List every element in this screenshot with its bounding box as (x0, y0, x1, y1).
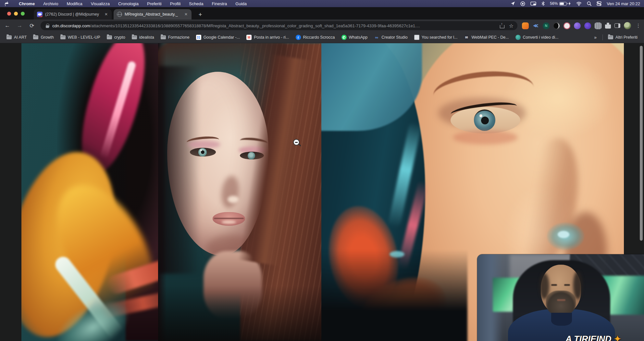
menubar-clock[interactable]: Ven 24 mar 20:22 (607, 1, 640, 6)
bookmark-folder-web-level-up[interactable]: WEB - LEVEL-UP (57, 35, 104, 40)
lock-icon[interactable] (46, 24, 49, 28)
tab-close-icon[interactable]: ✕ (104, 12, 108, 17)
converter-icon (515, 35, 521, 40)
bookmark-you-searched[interactable]: You searched for l... (411, 35, 461, 40)
scrollbar-thumb[interactable] (640, 46, 643, 241)
charging-bolt-icon (568, 2, 571, 6)
wifi-icon[interactable] (576, 2, 582, 6)
menubar-item-cronologia[interactable]: Cronologia (114, 1, 143, 6)
bookmark-folder-growth[interactable]: Growth (30, 35, 57, 40)
bookmark-folder-formazione[interactable]: Formazione (157, 35, 193, 40)
extensions-area: ≪ N ⋮ (522, 22, 644, 29)
macos-menubar: Chrome Archivio Modifica Visualizza Cron… (0, 0, 644, 7)
extension-icon-notion-n[interactable]: N (543, 22, 550, 29)
bookmark-gmail[interactable]: MPosta in arrivo - ri... (243, 35, 292, 40)
presenter-beard (546, 291, 576, 316)
bookmark-label: WebMail PEC - De... (472, 35, 509, 40)
location-arrow-icon[interactable] (511, 1, 515, 6)
tab-discord[interactable]: (2762) Discord | @Midjourney ✕ (34, 9, 112, 19)
menubar-item-scheda[interactable]: Scheda (185, 1, 207, 6)
fullscreen-window-button[interactable] (21, 12, 25, 16)
menubar-item-archivio[interactable]: Archivio (39, 1, 62, 6)
tab-label: MRregista_Abstract_beauty._ (125, 12, 181, 17)
extensions-puzzle-icon[interactable] (605, 23, 611, 29)
bookmark-facebook[interactable]: fRiccardo Scrocca (292, 35, 338, 40)
control-center-icon[interactable] (597, 1, 601, 6)
webmail-icon: ✉ (464, 35, 469, 40)
battery-icon (559, 2, 567, 6)
profile-avatar[interactable] (624, 22, 631, 29)
url-text[interactable]: cdn.discordapp.com/attachments/101351233… (52, 23, 496, 28)
menubar-item-chrome[interactable]: Chrome (15, 1, 39, 6)
menubar-item-modifica[interactable]: Modifica (62, 1, 86, 6)
tab-image-active[interactable]: MRregista_Abstract_beauty._ ✕ (114, 9, 192, 19)
chrome-menu-icon[interactable]: ⋮ (636, 23, 641, 29)
new-tab-button[interactable]: + (196, 10, 204, 19)
bookmark-folder-crypto[interactable]: crypto (104, 35, 129, 40)
other-bookmarks-folder[interactable]: Altri Preferiti (605, 35, 641, 40)
bookmark-star-icon[interactable]: ☆ (509, 23, 514, 29)
bookmark-webmail-pec[interactable]: ✉WebMail PEC - De... (461, 35, 512, 40)
screen-record-icon[interactable] (520, 1, 525, 6)
generic-page-icon (414, 35, 419, 40)
bookmarks-overflow-chevron[interactable]: » (590, 35, 601, 40)
spark-icon: ✦ (614, 334, 621, 341)
apple-menu-icon[interactable] (5, 1, 9, 6)
folder-icon (60, 35, 66, 39)
presenter-mouth (557, 299, 565, 301)
spotlight-search-icon[interactable] (587, 1, 591, 6)
extension-icon-striped[interactable] (595, 22, 601, 29)
bookmark-label: Growth (41, 35, 54, 40)
bookmark-creator-studio[interactable]: ∞Creator Studio (371, 35, 411, 40)
bookmark-google-calendar[interactable]: 31Google Calendar -... (193, 35, 243, 40)
webcam-caption-text: A TIRIEIND ✦ (565, 334, 621, 341)
minimize-window-button[interactable] (14, 12, 18, 16)
bookmark-folder-ai-art[interactable]: AI ART (3, 35, 30, 40)
url-domain: cdn.discordapp.com (52, 23, 90, 28)
share-icon[interactable] (500, 23, 504, 28)
bookmark-folder-idealista[interactable]: idealista (129, 35, 157, 40)
bookmark-label: You searched for l... (422, 35, 458, 40)
bookmark-label: Riccardo Scrocca (303, 35, 335, 40)
address-bar[interactable]: cdn.discordapp.com/attachments/101351233… (41, 21, 517, 30)
artwork-panel-abstract-ribbons (21, 43, 158, 341)
battery-indicator[interactable]: 56% (550, 1, 571, 6)
discord-favicon (37, 12, 43, 17)
folder-icon (161, 35, 166, 39)
menubar-item-preferiti[interactable]: Preferiti (143, 1, 166, 6)
menubar-item-profili[interactable]: Profili (166, 1, 185, 6)
browser-toolbar: ← → ⟳ cdn.discordapp.com/attachments/101… (0, 19, 644, 32)
zoom-out-cursor (293, 139, 300, 145)
bookmark-converti-video[interactable]: Converti i video di... (512, 35, 562, 40)
side-panel-icon[interactable] (614, 23, 620, 28)
tab-close-icon[interactable]: ✕ (184, 12, 188, 17)
window-controls (7, 12, 25, 16)
webcam-overlay (477, 254, 644, 341)
calendar-icon: 31 (196, 35, 201, 40)
page-content (0, 43, 644, 341)
reload-button[interactable]: ⟳ (27, 21, 37, 31)
facebook-icon: f (296, 35, 301, 40)
bluetooth-icon[interactable] (541, 1, 545, 6)
bookmark-label: Creator Studio (381, 35, 408, 40)
bookmark-label: Posta in arrivo - ri... (254, 35, 289, 40)
close-window-button[interactable] (7, 12, 11, 16)
menubar-item-finestra[interactable]: Finestra (207, 1, 231, 6)
extension-icon-key[interactable] (564, 22, 570, 29)
bookmarks-bar: AI ART Growth WEB - LEVEL-UP crypto idea… (0, 32, 644, 43)
extension-icon-purple-blob[interactable] (574, 22, 581, 29)
menubar-item-guida[interactable]: Guida (231, 1, 251, 6)
extension-icon-purple-circle[interactable] (584, 22, 591, 29)
bookmark-label: crypto (114, 35, 125, 40)
menubar-item-visualizza[interactable]: Visualizza (87, 1, 114, 6)
extension-icon-blue-wings[interactable]: ≪ (532, 22, 539, 29)
extension-icon-orange[interactable] (522, 22, 529, 29)
display-mirroring-icon[interactable] (530, 2, 536, 6)
back-button[interactable]: ← (3, 21, 12, 31)
bookmark-label: AI ART (14, 35, 27, 40)
extension-icon-black-circle[interactable] (553, 22, 560, 29)
presenter-eye (551, 284, 557, 286)
bookmark-whatsapp[interactable]: ✆WhatsApp (338, 35, 371, 40)
forward-button[interactable]: → (15, 21, 25, 31)
url-path: /attachments/1013512335442333816/1088905… (90, 23, 420, 28)
